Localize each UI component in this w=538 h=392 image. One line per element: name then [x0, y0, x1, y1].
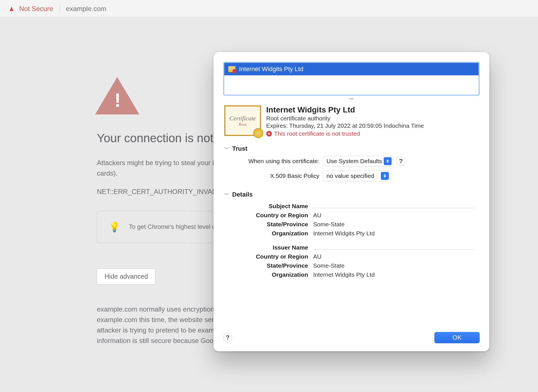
issuer-country-row: Country or Region AU [223, 252, 475, 261]
warning-triangle-icon [95, 77, 139, 114]
select-caret-icon [381, 172, 389, 180]
kv-val: AU [313, 212, 475, 219]
certificate-title: Internet Widgits Pty Ltd [266, 105, 424, 114]
warning-icon: ▲ [8, 4, 15, 13]
certificate-summary: Certificate Root Internet Widgits Pty Lt… [223, 101, 475, 143]
details-scroll[interactable]: Certificate Root Internet Widgits Pty Lt… [223, 101, 480, 324]
trust-policy-label: X.509 Basic Policy [223, 172, 319, 179]
trust-section: ﹀ Trust When using this certificate: Use… [223, 143, 475, 189]
not-secure-label[interactable]: Not Secure [19, 5, 53, 13]
trust-policy-select[interactable]: no value specified [323, 171, 390, 181]
certificate-trust-warning-text: This root certificate is not trusted [274, 130, 360, 137]
error-icon: ✕ [266, 131, 272, 137]
url-text[interactable]: example.com [66, 5, 106, 13]
chevron-down-icon: ﹀ [224, 191, 229, 198]
subject-country-row: Country or Region AU [223, 211, 475, 220]
certificate-tree[interactable]: Internet Widgits Pty Ltd [223, 62, 480, 96]
trust-section-label: Trust [232, 145, 247, 152]
kv-key: Country or Region [223, 253, 308, 260]
kv-key: Country or Region [223, 212, 308, 219]
trust-section-toggle[interactable]: ﹀ Trust [223, 144, 475, 156]
issuer-heading: Issuer Name [223, 244, 308, 251]
kv-val: Internet Widgits Pty Ltd [313, 230, 475, 237]
kv-key: Organization [223, 230, 308, 237]
ok-button[interactable]: OK [434, 332, 480, 343]
certificate-tree-item[interactable]: Internet Widgits Pty Ltd [224, 63, 479, 75]
trust-when-value: Use System Defaults [326, 158, 382, 165]
dialog-footer: ? OK [223, 329, 480, 343]
certificate-dialog: Internet Widgits Pty Ltd Certificate Roo… [214, 52, 489, 351]
kv-val: AU [313, 253, 475, 260]
kv-key: State/Province [223, 262, 308, 269]
trust-policy-value: no value specified [326, 172, 374, 179]
subject-org-row: Organization Internet Widgits Pty Ltd [223, 229, 475, 238]
certificate-icon: Certificate Root [224, 105, 261, 136]
subject-heading-row: Subject Name [223, 202, 475, 211]
certificate-trust-warning: ✕ This root certificate is not trusted [266, 130, 424, 137]
hide-advanced-button[interactable]: Hide advanced [97, 269, 155, 285]
kv-key: Organization [223, 271, 308, 278]
dialog-help-button[interactable]: ? [223, 333, 232, 342]
trust-help-button[interactable]: ? [396, 157, 405, 166]
details-section-toggle[interactable]: ﹀ Details [223, 190, 475, 202]
issuer-org-row: Organization Internet Widgits Pty Ltd [223, 270, 475, 279]
trust-when-label: When using this certificate: [223, 158, 319, 165]
kv-val: Internet Widgits Pty Ltd [313, 271, 475, 278]
details-section-label: Details [232, 191, 253, 198]
issuer-state-row: State/Province Some-State [223, 261, 475, 270]
details-section: ﹀ Details Subject Name Country or Region… [223, 189, 475, 283]
certificate-expiry: Expires: Thursday, 21 July 2022 at 20:59… [266, 122, 424, 129]
bulb-icon: 💡 [108, 221, 120, 233]
issuer-heading-row: Issuer Name [223, 243, 475, 252]
kv-val: Some-State [313, 262, 475, 269]
address-bar: ▲ Not Secure example.com [0, 0, 538, 18]
certificate-invalid-icon [228, 66, 236, 72]
trust-when-select[interactable]: Use System Defaults [323, 156, 393, 167]
chevron-down-icon: ﹀ [224, 145, 229, 152]
separator [59, 5, 60, 13]
certificate-kind: Root certificate authority [266, 115, 424, 122]
select-caret-icon [384, 157, 392, 165]
split-drag-handle[interactable] [349, 98, 354, 100]
certificate-tree-label: Internet Widgits Pty Ltd [239, 65, 303, 73]
kv-key: State/Province [223, 221, 308, 228]
kv-val: Some-State [313, 221, 475, 228]
subject-heading: Subject Name [223, 203, 308, 210]
subject-state-row: State/Province Some-State [223, 220, 475, 229]
